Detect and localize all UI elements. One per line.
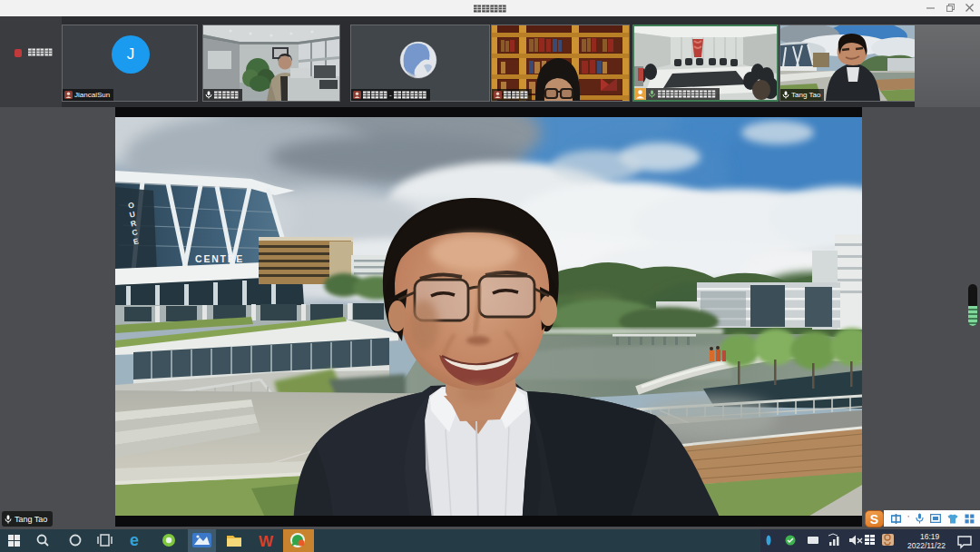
svg-text:16:19: 16:19 [920, 532, 940, 541]
svg-text:e: e [130, 531, 139, 549]
svg-text:CENTRE: CENTRE [195, 253, 244, 264]
svg-text:2022/11/22: 2022/11/22 [907, 541, 946, 550]
svg-text:W: W [259, 533, 274, 550]
